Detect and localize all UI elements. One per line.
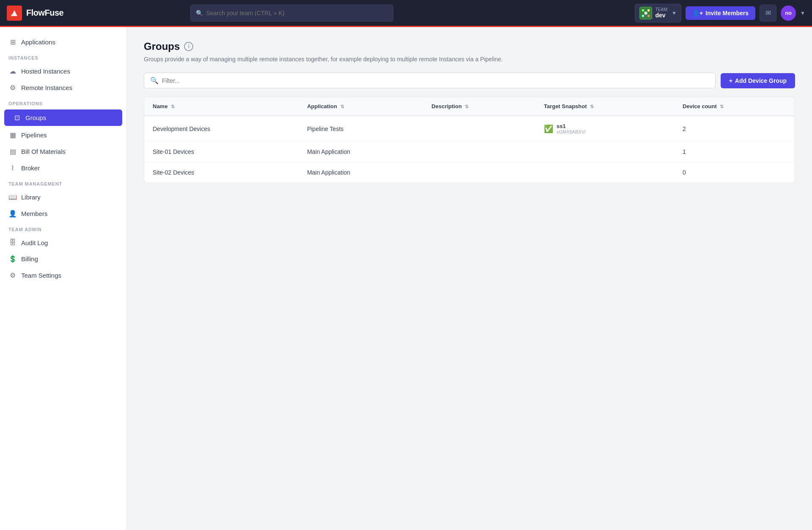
toolbar: 🔍 + Add Device Group	[144, 73, 795, 88]
search-icon: 🔍	[196, 10, 203, 16]
hosted-icon: ☁	[8, 67, 17, 75]
col-description[interactable]: Description ⇅	[423, 97, 535, 116]
sidebar-item-library[interactable]: 📖 Library	[0, 189, 126, 205]
mail-button[interactable]: ✉	[760, 5, 776, 22]
sidebar-item-audit-log[interactable]: 🗄 Audit Log	[0, 235, 126, 251]
sidebar-item-groups[interactable]: ⊡ Groups	[4, 109, 122, 126]
cell-description	[423, 116, 535, 142]
members-icon: 👤	[8, 210, 17, 218]
sidebar-item-remote-instances[interactable]: ⚙ Remote Instances	[0, 79, 126, 96]
check-circle-icon: ✅	[544, 124, 553, 134]
sort-application-icon: ⇅	[340, 104, 344, 109]
sidebar-item-pipelines[interactable]: ▦ Pipelines	[0, 127, 126, 143]
filter-input[interactable]	[162, 77, 709, 84]
table-row[interactable]: Development DevicesPipeline Tests ✅ ss1 …	[144, 116, 795, 142]
snapshot-info: ✅ ss1 xGMX9ABXVI	[544, 123, 666, 134]
plus-icon: +	[729, 77, 732, 84]
cell-name: Development Devices	[144, 116, 299, 142]
team-avatar	[639, 7, 652, 19]
invite-icon: 👤+	[692, 10, 703, 16]
svg-point-3	[642, 9, 644, 11]
sort-name-icon: ⇅	[171, 104, 175, 109]
page-title-row: Groups i	[144, 41, 795, 52]
svg-point-5	[642, 14, 644, 17]
col-device-count[interactable]: Device count ⇅	[674, 97, 795, 116]
cell-device-count: 1	[674, 142, 795, 162]
col-application[interactable]: Application ⇅	[299, 97, 423, 116]
team-selector[interactable]: TEAM: dev ▼	[635, 4, 681, 22]
top-navigation: FlowFuse 🔍 TEAM: dev ▼	[0, 0, 812, 27]
sidebar: ⊞ Applications INSTANCES ☁ Hosted Instan…	[0, 27, 127, 530]
operations-section-label: OPERATIONS	[0, 96, 126, 109]
nav-right: TEAM: dev ▼ 👤+ Invite Members ✉ no ▼	[635, 4, 805, 22]
snapshot-id: xGMX9ABXVI	[557, 129, 586, 134]
team-info: TEAM: dev	[656, 7, 669, 19]
settings-icon: ⚙	[8, 271, 17, 279]
sort-snapshot-icon: ⇅	[590, 104, 594, 109]
cell-target-snapshot	[535, 162, 674, 183]
logo[interactable]: FlowFuse	[7, 5, 63, 21]
logo-text: FlowFuse	[26, 8, 63, 18]
cell-description	[423, 142, 535, 162]
logo-icon	[7, 5, 22, 21]
cell-target-snapshot	[535, 142, 674, 162]
groups-table: Name ⇅ Application ⇅ Description ⇅ Tar	[144, 97, 795, 183]
billing-icon: 💲	[8, 255, 17, 263]
cell-description	[423, 162, 535, 183]
team-mgmt-section-label: TEAM MANAGEMENT	[0, 176, 126, 189]
svg-point-7	[644, 11, 647, 14]
sidebar-item-hosted-instances[interactable]: ☁ Hosted Instances	[0, 63, 126, 79]
page-description: Groups provide a way of managing multipl…	[144, 56, 795, 63]
team-name: dev	[656, 12, 669, 19]
svg-point-6	[647, 14, 650, 17]
sidebar-item-billing[interactable]: 💲 Billing	[0, 251, 126, 267]
cell-application: Main Application	[299, 162, 423, 183]
sidebar-item-broker[interactable]: ⌇ Broker	[0, 160, 126, 176]
chevron-down-icon: ▼	[672, 10, 677, 16]
cell-application: Pipeline Tests	[299, 116, 423, 142]
cell-device-count: 2	[674, 116, 795, 142]
cell-name: Site-01 Devices	[144, 142, 299, 162]
sort-description-icon: ⇅	[465, 104, 469, 109]
broker-icon: ⌇	[8, 164, 17, 172]
add-device-group-button[interactable]: + Add Device Group	[721, 73, 795, 88]
filter-input-wrap[interactable]: 🔍	[144, 73, 716, 88]
app-layout: ⊞ Applications INSTANCES ☁ Hosted Instan…	[0, 27, 812, 530]
sidebar-item-bill-of-materials[interactable]: ▤ Bill Of Materials	[0, 143, 126, 160]
avatar[interactable]: no	[781, 5, 796, 21]
page-header: Groups i Groups provide a way of managin…	[144, 41, 795, 63]
page-title: Groups	[144, 41, 180, 52]
instances-section-label: INSTANCES	[0, 50, 126, 63]
table-header-row: Name ⇅ Application ⇅ Description ⇅ Tar	[144, 97, 795, 116]
search-input[interactable]	[206, 10, 388, 16]
snapshot-name: ss1	[557, 123, 586, 129]
search-bar[interactable]: 🔍	[190, 5, 393, 22]
audit-icon: 🗄	[8, 239, 17, 246]
mail-icon: ✉	[765, 9, 771, 17]
table-row[interactable]: Site-02 DevicesMain Application0	[144, 162, 795, 183]
sidebar-item-team-settings[interactable]: ⚙ Team Settings	[0, 267, 126, 284]
table-row[interactable]: Site-01 DevicesMain Application1	[144, 142, 795, 162]
col-target-snapshot[interactable]: Target Snapshot ⇅	[535, 97, 674, 116]
main-content: Groups i Groups provide a way of managin…	[127, 27, 812, 530]
cell-target-snapshot: ✅ ss1 xGMX9ABXVI	[535, 116, 674, 142]
library-icon: 📖	[8, 193, 17, 201]
svg-point-4	[647, 9, 650, 11]
info-icon[interactable]: i	[184, 42, 193, 51]
col-name[interactable]: Name ⇅	[144, 97, 299, 116]
team-label: TEAM:	[656, 7, 669, 12]
filter-search-icon: 🔍	[150, 76, 159, 85]
pipelines-icon: ▦	[8, 131, 17, 139]
invite-members-button[interactable]: 👤+ Invite Members	[686, 6, 755, 20]
applications-icon: ⊞	[8, 38, 17, 46]
sidebar-item-applications[interactable]: ⊞ Applications	[0, 34, 126, 50]
bom-icon: ▤	[8, 148, 17, 156]
sort-device-count-icon: ⇅	[720, 104, 724, 109]
sidebar-item-members[interactable]: 👤 Members	[0, 205, 126, 222]
cell-device-count: 0	[674, 162, 795, 183]
remote-icon: ⚙	[8, 84, 17, 92]
team-admin-section-label: TEAM ADMIN	[0, 222, 126, 235]
user-chevron-icon[interactable]: ▼	[800, 10, 805, 16]
groups-icon: ⊡	[13, 114, 21, 122]
cell-application: Main Application	[299, 142, 423, 162]
